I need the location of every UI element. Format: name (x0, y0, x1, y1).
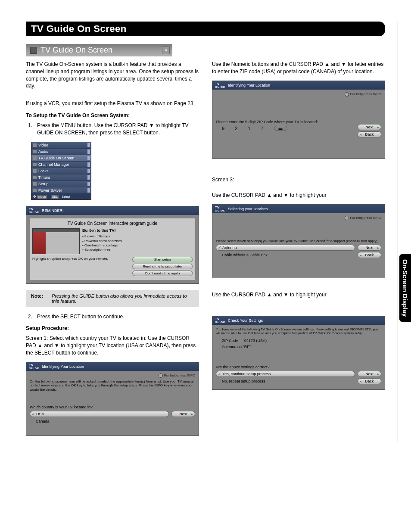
check-text: You have entered the following TV Guide … (216, 327, 381, 335)
step-2: Press the SELECT button to continue. (34, 313, 199, 320)
option-antenna[interactable]: ✓Antenna (216, 245, 355, 251)
option-canada[interactable]: Canada (36, 418, 169, 424)
menu-item: Video (31, 142, 91, 149)
back-button[interactable]: ◂Back (358, 378, 381, 384)
screen1-text: Screen 1: Select which country your TV i… (26, 335, 199, 356)
remind-later-button[interactable]: Remind me to set up later (132, 264, 193, 269)
left-column: The TV Guide On-Screen system is a built… (26, 61, 199, 442)
menu-footer: ✥Move SEL Select (31, 194, 91, 199)
option-yes[interactable]: ✓Yes, continue setup process (216, 371, 355, 377)
vertical-rule (398, 22, 398, 442)
section-header: TV Guide On Screen ▾ (26, 44, 172, 56)
setting-zip: ZIP Code — 92173 (USA) (222, 338, 381, 344)
option-cable[interactable]: Cable without a Cable Box (222, 252, 355, 258)
option-no[interactable]: No, repeat setup process (222, 378, 355, 384)
menu-item: Timers (31, 174, 91, 181)
osd-menu: Video Audio TV Guide On Screen Channel M… (31, 142, 91, 200)
start-setup-button[interactable]: Start setup (132, 257, 193, 262)
help-hint: For help press INFO (30, 373, 195, 378)
location-instructions: On the following screens, you will be as… (30, 380, 195, 392)
reminder-hint: Highlight an option and press OK on your… (32, 257, 130, 277)
page-header: TV Guide On Screen (26, 22, 385, 36)
section-title: TV Guide On Screen (40, 46, 112, 55)
vcr-note: If using a VCR, you must first setup the… (26, 100, 199, 107)
screen3-label: Screen 3: (212, 176, 385, 184)
menu-item-selected: TV Guide On Screen (31, 155, 91, 162)
menu-item: Locks (31, 168, 91, 174)
reminder-features: Built-in to this TV! • 8 days of listing… (82, 228, 122, 252)
back-button[interactable]: ◂Back (358, 252, 381, 258)
zip-digit: 1 (248, 126, 250, 131)
menu-item: Power Swivel (31, 187, 91, 194)
menu-item: Setup (31, 181, 91, 187)
zip-digit: 7 (261, 126, 263, 131)
cursor-hint-1: Use the CURSOR PAD ▲ and ▼ to highlight … (212, 192, 385, 199)
setup-heading: To Setup the TV Guide On Screen System: (26, 112, 199, 118)
step-1: Press the MENU button. Use the CURSOR PA… (34, 122, 199, 137)
menu-item: Audio (31, 149, 91, 155)
zip-question: Please enter the 5-digit ZIP Code where … (216, 120, 381, 124)
services-box: TVGUIDESelecting your services For help … (212, 204, 385, 278)
check-settings-box: TVGUIDECheck Your Settings You have ente… (212, 316, 385, 390)
reminder-title: TV Guide On Screen interactive program g… (32, 221, 193, 226)
setting-antenna: Antenna on "RF" (222, 344, 381, 350)
zip-cursor: ▬ (274, 126, 287, 131)
procedure-heading: Setup Procedure: (26, 325, 199, 331)
side-tab: On-Screen Display (399, 254, 411, 322)
services-question: Please select which service(s) you would… (216, 239, 381, 243)
location-box: TVGUIDEIdentifying Your Location For hel… (26, 362, 199, 436)
reminder-image (32, 228, 80, 254)
help-hint: For help press INFO (216, 92, 381, 96)
next-button[interactable]: Next▸ (358, 371, 381, 377)
reminder-box: TVGUIDE REMINDER! TV Guide On Screen int… (26, 206, 199, 284)
confirm-question: Are the above settings correct? (216, 365, 381, 369)
right-column: Use the Numeric buttons and the CURSOR P… (212, 61, 385, 442)
option-usa[interactable]: ✓USA (30, 411, 169, 417)
intro-text: The TV Guide On-Screen system is a built… (26, 61, 199, 90)
next-button[interactable]: Next▸ (358, 245, 381, 251)
zip-box: TVGUIDEIdentifying Your Location For hel… (212, 81, 385, 159)
zip-digit: 9 (222, 126, 224, 131)
back-button[interactable]: ◂Back (358, 131, 381, 137)
zip-intro: Use the Numeric buttons and the CURSOR P… (212, 61, 385, 75)
cursor-hint-2: Use the CURSOR PAD ▲ and ▼ to highlight … (212, 291, 385, 299)
dropdown-icon: ▾ (162, 47, 170, 54)
next-button[interactable]: Next▸ (171, 411, 195, 417)
dont-remind-button[interactable]: Don't remind me again (132, 271, 193, 276)
reminder-header: TVGUIDE REMINDER! (26, 206, 199, 215)
next-button[interactable]: Next▸ (358, 124, 381, 130)
zip-digit: 2 (235, 126, 237, 131)
menu-item: Channel Manager (31, 162, 91, 168)
help-hint: For help press INFO (216, 216, 381, 220)
country-question: Which country is your TV located in? (30, 405, 195, 409)
note-box: Note: Pressing the GUIDE button also all… (26, 290, 199, 307)
